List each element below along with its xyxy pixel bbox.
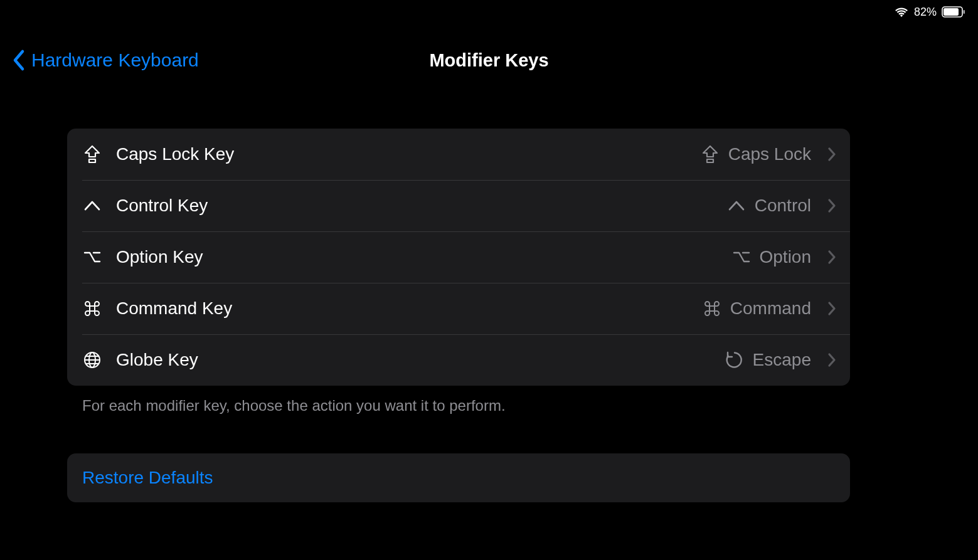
group-footer: For each modifier key, choose the action… [82, 397, 850, 415]
chevron-right-icon [827, 147, 836, 162]
command-icon [82, 299, 102, 318]
battery-percent: 82% [914, 6, 937, 19]
actions-group: Restore Defaults [67, 453, 850, 502]
row-label: Command Key [116, 298, 232, 319]
row-value: Option [760, 247, 812, 267]
row-label: Option Key [116, 247, 203, 267]
option-icon [732, 250, 751, 264]
option-icon [82, 250, 102, 264]
row-caps-lock[interactable]: Caps Lock Key Caps Lock [67, 129, 850, 180]
row-label: Globe Key [116, 350, 198, 370]
nav-bar: Hardware Keyboard Modifier Keys [0, 43, 978, 78]
row-label: Caps Lock Key [116, 144, 234, 164]
command-icon [703, 299, 721, 318]
capslock-icon [82, 145, 102, 164]
row-value: Control [755, 196, 811, 216]
chevron-right-icon [827, 301, 836, 316]
control-icon [82, 199, 102, 212]
row-value: Escape [753, 350, 811, 370]
chevron-right-icon [827, 250, 836, 265]
chevron-right-icon [827, 198, 836, 213]
chevron-right-icon [827, 352, 836, 367]
status-bar: 82% [894, 0, 978, 24]
row-globe[interactable]: Globe Key Escape [67, 334, 850, 386]
wifi-icon [894, 6, 909, 18]
back-label: Hardware Keyboard [31, 50, 199, 71]
svg-rect-1 [943, 8, 959, 16]
escape-icon [725, 351, 744, 369]
battery-icon [942, 6, 965, 18]
chevron-left-icon [11, 49, 25, 71]
row-command[interactable]: Command Key Command [67, 283, 850, 334]
back-button[interactable]: Hardware Keyboard [11, 49, 199, 71]
capslock-icon [701, 145, 720, 164]
modifier-keys-group: Caps Lock Key Caps Lock [67, 129, 850, 386]
row-value: Caps Lock [728, 144, 811, 164]
restore-defaults-label: Restore Defaults [82, 468, 213, 488]
row-value: Command [730, 298, 811, 319]
svg-rect-2 [964, 10, 965, 14]
globe-icon [82, 351, 102, 369]
control-icon [727, 199, 746, 212]
content: Caps Lock Key Caps Lock [67, 129, 850, 502]
row-option[interactable]: Option Key Option [67, 231, 850, 283]
row-control[interactable]: Control Key Control [67, 180, 850, 231]
row-label: Control Key [116, 196, 208, 216]
restore-defaults-button[interactable]: Restore Defaults [67, 453, 850, 502]
svg-rect-4 [707, 159, 713, 162]
svg-rect-3 [89, 159, 95, 162]
